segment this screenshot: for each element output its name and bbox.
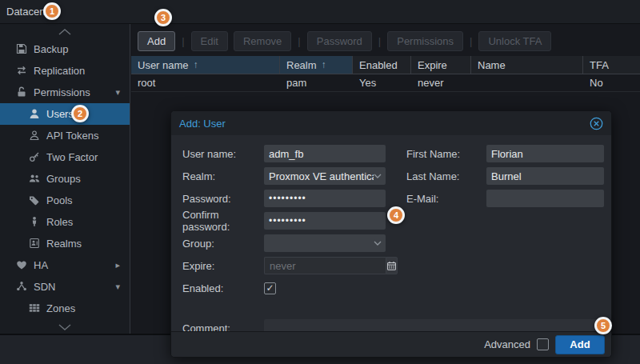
annotation-badge-1: 1 [43,2,61,20]
realm-select[interactable]: Proxmox VE authenticat [264,167,386,185]
email-label: E-Mail: [406,193,486,205]
edit-button[interactable]: Edit [191,31,228,51]
users-toolbar: Add | Edit Remove | Password | Permissio… [131,29,551,53]
dialog-add-button[interactable]: Add [555,335,605,354]
chevron-up-icon [58,26,71,38]
expire-label: Expire: [182,260,264,272]
confirm-password-input[interactable] [264,212,386,230]
sidebar-item-pools[interactable]: Pools [0,190,130,211]
heart-icon [16,259,28,271]
remove-button[interactable]: Remove [234,31,291,51]
id-card-icon [29,238,41,250]
cell-user-name: root [131,74,280,91]
realm-label: Realm: [182,170,264,182]
cell-expire: never [411,74,471,91]
column-header-expire[interactable]: Expire [411,56,471,74]
proxmox-window: Datacenter Backup Replication Permission… [0,0,640,364]
user-name-label: User name: [182,148,264,160]
column-header-tfa[interactable]: TFA [583,56,640,74]
close-icon[interactable] [590,117,603,130]
check-icon: ✓ [266,283,274,293]
person-icon [29,216,41,228]
last-name-input[interactable] [486,167,604,185]
replication-icon [16,65,28,77]
enabled-checkbox[interactable]: ✓ [264,282,276,294]
toolbar-separator: | [378,35,382,47]
permissions-button[interactable]: Permissions [387,31,463,51]
dialog-title: Add: User [179,118,590,130]
network-nodes-icon [16,281,28,293]
user-outline-icon [29,130,41,142]
last-name-label: Last Name: [406,170,486,182]
sidebar-item-permissions[interactable]: Permissions ▾ [0,82,130,103]
sidebar-item-replication[interactable]: Replication [0,60,130,82]
sort-asc-icon: ↑ [194,59,198,70]
cell-name [471,74,583,91]
sort-asc-icon: ↑ [322,59,326,70]
annotation-badge-5: 5 [594,317,612,334]
expire-datefield [264,257,386,274]
toolbar-separator: | [181,35,185,47]
chevron-down-icon [374,241,382,246]
group-label: Group: [182,238,264,250]
sidebar-item-ha[interactable]: HA ▸ [0,254,130,276]
email-input[interactable] [486,190,604,207]
add-button[interactable]: Add [138,31,175,51]
enabled-label: Enabled: [182,282,264,294]
annotation-badge-2: 2 [71,105,89,122]
calendar-icon[interactable] [386,257,398,274]
sidebar-item-zones[interactable]: Zones [0,298,130,319]
first-name-input[interactable] [486,145,604,162]
annotation-badge-4: 4 [387,206,405,224]
sidebar-item-roles[interactable]: Roles [0,211,130,233]
sidebar-scroll-down[interactable] [0,319,130,334]
unlock-icon [16,86,28,98]
column-header-realm[interactable]: Realm ↑ [280,56,353,74]
cell-enabled: Yes [353,74,411,91]
users-table-header: User name ↑ Realm ↑ Enabled Expire Name … [131,56,640,74]
key-icon [29,151,41,163]
grid-icon [29,302,41,314]
top-bar: Datacenter [0,0,640,24]
first-name-label: First Name: [406,148,486,160]
confirm-password-label: Confirm password: [182,209,264,233]
chevron-down-icon [374,174,382,178]
column-header-enabled[interactable]: Enabled [353,56,411,74]
toolbar-separator: | [469,35,473,47]
user-icon [29,108,41,120]
password-button[interactable]: Password [307,31,372,51]
sidebar-item-sdn[interactable]: SDN ▾ [0,276,130,298]
password-input[interactable] [264,190,386,207]
sidebar-item-users[interactable]: Users [0,103,130,125]
cell-tfa: No [583,74,640,91]
column-header-user-name[interactable]: User name ↑ [131,56,280,74]
table-row[interactable]: root pam Yes never No [131,74,640,92]
cell-realm: pam [280,74,353,91]
sidebar-scroll-up[interactable] [0,24,130,38]
sidebar-item-realms[interactable]: Realms [0,233,130,254]
chevron-down-icon [58,321,71,333]
group-select[interactable] [264,234,386,252]
annotation-badge-3: 3 [154,9,172,26]
dialog-footer: Advanced Add [171,331,611,357]
sidebar-item-backup[interactable]: Backup [0,38,130,60]
dialog-header[interactable]: Add: User [171,111,611,135]
password-label: Password: [182,193,264,205]
caret-right-icon: ▸ [115,260,120,270]
sidebar-item-groups[interactable]: Groups [0,168,130,190]
dialog-body: User name: Realm: Proxmox VE authenticat… [171,135,611,337]
backup-icon [16,43,28,55]
sidebar: Backup Replication Permissions ▾ Users A… [0,24,130,334]
caret-down-icon: ▾ [115,282,120,292]
tags-icon [29,194,41,206]
advanced-label: Advanced [484,338,530,350]
expire-input[interactable] [264,257,386,274]
sidebar-item-two-factor[interactable]: Two Factor [0,146,130,168]
unlock-tfa-button[interactable]: Unlock TFA [478,31,551,51]
caret-down-icon: ▾ [115,87,120,98]
sidebar-item-api-tokens[interactable]: API Tokens [0,125,130,146]
user-name-input[interactable] [264,145,386,162]
column-header-name[interactable]: Name [471,56,583,74]
advanced-checkbox[interactable] [537,338,549,350]
users-group-icon [29,173,41,185]
